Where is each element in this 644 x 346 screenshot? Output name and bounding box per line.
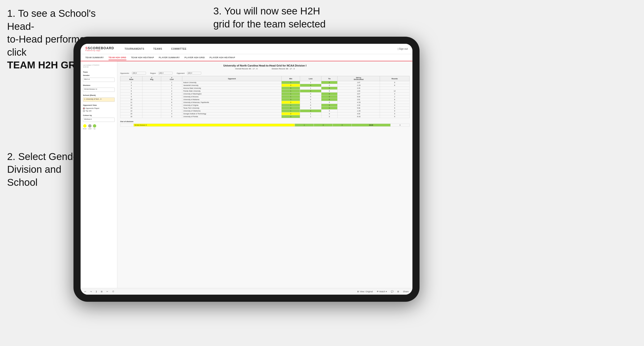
radio-top100[interactable]: Top 100 xyxy=(83,110,115,112)
cell-rounds: 3 xyxy=(380,104,409,107)
table-row: 15 4 Georgia Institute of Technology 0 1… xyxy=(120,112,410,115)
cell-rank: 8 xyxy=(120,93,142,95)
view-original-btn[interactable]: 🖥 View: Original xyxy=(356,290,374,293)
cell-tie: 0 xyxy=(322,84,338,87)
table-row: 11 6 University of Arkansas, Fayettevill… xyxy=(120,101,410,104)
cell-win: 0 xyxy=(282,112,300,115)
tab-team-summary[interactable]: TEAM SUMMARY xyxy=(85,55,104,60)
cell-tie: 0 xyxy=(322,87,338,90)
sign-out-link[interactable]: | Sign out xyxy=(398,48,408,50)
col-loss: Loss xyxy=(300,76,321,81)
opponent-view-group: Opponents Played Top 100 xyxy=(83,107,115,112)
tab-player-h2h-heatmap[interactable]: PLAYER H2H HEATMAP xyxy=(210,55,235,60)
zoom-btn[interactable]: ⊞ xyxy=(100,290,104,293)
cell-rounds: 3 xyxy=(380,93,409,95)
clock-btn[interactable]: ⏱ xyxy=(111,290,115,293)
cell-rounds: 9 xyxy=(380,107,409,110)
cell-diff: 2.61 xyxy=(337,98,380,101)
cell-loss: 0 xyxy=(300,107,321,110)
cell-diff: 2.33 xyxy=(337,104,380,107)
tab-team-h2h-grid[interactable]: TEAM H2H GRID xyxy=(108,55,126,60)
undo-btn[interactable]: ↩ xyxy=(84,290,87,293)
cell-diff: 2.29 xyxy=(337,87,380,90)
cell-diff: -4.33 xyxy=(337,101,380,104)
cell-rank: 11 xyxy=(120,101,142,104)
timestamp: Last Updated: 27/03/2024 16:55:38 xyxy=(83,64,115,68)
cell-rounds: 8 xyxy=(380,98,409,101)
cell-opponent: University of Arkansas, Fayetteville xyxy=(182,101,282,104)
tab-player-summary[interactable]: PLAYER SUMMARY xyxy=(159,55,180,60)
team-label: Team xyxy=(83,71,115,73)
opponent-filter-select[interactable]: (All) ▾ xyxy=(187,72,201,75)
main-content: Last Updated: 27/03/2024 16:55:38 Team G… xyxy=(80,61,412,288)
cell-rounds: 8 xyxy=(380,84,409,87)
cell-win: 1 xyxy=(282,95,300,98)
cell-rank: 13 xyxy=(120,107,142,110)
cell-loss: 0 xyxy=(300,95,321,98)
cell-loss: 0 xyxy=(300,93,321,95)
tablet-frame: SSCOREBOARD Powered by clippi TOURNAMENT… xyxy=(74,37,420,302)
tab-player-h2h-grid[interactable]: PLAYER H2H GRID xyxy=(184,55,205,60)
cell-reg xyxy=(142,93,161,95)
cell-diff: -1.00 xyxy=(337,110,380,112)
cell-loss: 1 xyxy=(300,87,321,90)
crop-btn[interactable]: ✂ xyxy=(106,290,109,293)
cell-win: 1 xyxy=(282,93,300,95)
share-icon[interactable]: ⊞ xyxy=(396,290,400,293)
cell-rounds: 3 xyxy=(380,101,409,104)
share-btn[interactable]: Share xyxy=(402,290,410,293)
out-of-div-opp: NCAA Division II xyxy=(134,124,295,127)
cell-reg xyxy=(142,110,161,112)
cell-reg xyxy=(142,98,161,101)
table-row: 6 2 Florida State University 1 2 0 1.83 … xyxy=(120,90,410,93)
color-level xyxy=(88,124,92,128)
tab-team-h2h-heatmap[interactable]: TEAM H2H HEATMAP xyxy=(131,55,154,60)
school-label: School (Rank) xyxy=(83,94,115,96)
table-row: 3 2 Vanderbilt University 0 4 0 -2.29 8 xyxy=(120,84,410,87)
cell-tie: 0 xyxy=(322,107,338,110)
nav-committee[interactable]: COMMITTEE xyxy=(170,47,188,51)
cell-conf: 2 xyxy=(161,93,182,95)
tablet-screen: SSCOREBOARD Powered by clippi TOURNAMENT… xyxy=(80,44,412,295)
radio-opponents-played[interactable]: Opponents Played xyxy=(83,107,115,109)
table-row: 9 3 University of Arizona 1 0 0 9.00 2 xyxy=(120,95,410,98)
cell-conf: 4 xyxy=(161,112,182,115)
cell-rank: 9 xyxy=(120,95,142,98)
cell-conf: 1 xyxy=(161,87,182,90)
col-conf: # Conf xyxy=(161,76,182,81)
cell-rank: 4 xyxy=(120,87,142,90)
cell-conf: 1 xyxy=(161,107,182,110)
nav-teams[interactable]: TEAMS xyxy=(152,47,163,51)
cell-loss: 0 xyxy=(300,98,321,101)
comment-btn[interactable]: 💬 xyxy=(390,290,394,293)
cell-conf: 3 xyxy=(161,95,182,98)
division-select[interactable]: NCAA Division I ▾ xyxy=(83,88,115,92)
opponents-filter-select[interactable]: (All) ▾ xyxy=(132,72,146,75)
colour-by-select[interactable]: Win/loss ▾ xyxy=(83,118,115,122)
color-up xyxy=(93,124,96,128)
cell-win: 3 xyxy=(282,115,300,118)
cell-win: 3 xyxy=(282,98,300,101)
region-filter-select[interactable]: (All) ▾ xyxy=(158,72,172,75)
cell-conf: 2 xyxy=(161,84,182,87)
cell-tie: 0 xyxy=(322,110,338,112)
cell-reg xyxy=(142,104,161,107)
cell-reg xyxy=(142,84,161,87)
cell-reg xyxy=(142,101,161,104)
table-row: 8 2 University of Washington 1 0 0 3.67 … xyxy=(120,93,410,95)
logo-sub: Powered by clippi xyxy=(85,50,114,51)
cell-loss: 2 xyxy=(300,110,321,112)
redo-btn[interactable]: ↪ xyxy=(89,290,93,293)
cell-opponent: University of Virginia xyxy=(182,104,282,107)
forward-btn[interactable]: ⟫ xyxy=(95,290,98,293)
cell-tie: 0 xyxy=(322,98,338,101)
cell-rounds: 9 xyxy=(380,110,409,112)
gender-select[interactable]: Men's ▾ xyxy=(83,78,115,82)
out-of-div-name xyxy=(120,124,134,127)
nav-tournaments[interactable]: TOURNAMENTS xyxy=(124,47,145,51)
region-filter-label: Region xyxy=(150,72,156,74)
watch-btn[interactable]: 👁 Watch ▾ xyxy=(376,290,388,293)
school-select[interactable]: 1. University of Nort... ▾ xyxy=(83,98,115,102)
cell-loss: 1 xyxy=(300,101,321,104)
cell-win: 1 xyxy=(282,90,300,93)
